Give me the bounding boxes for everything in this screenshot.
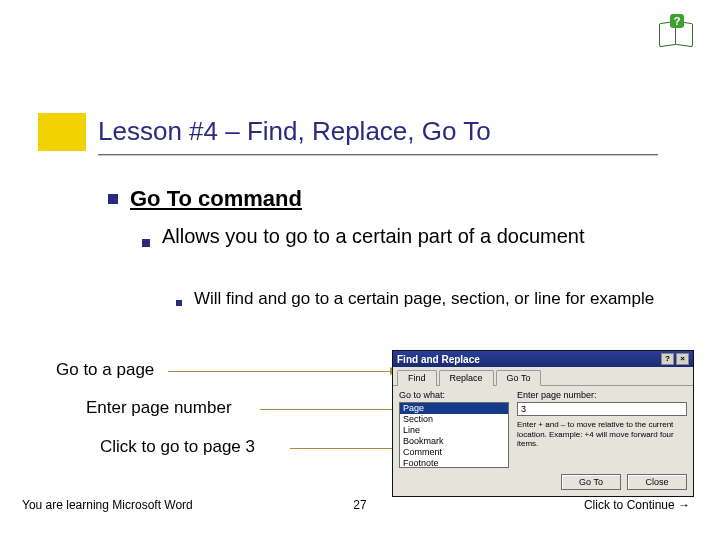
find-replace-dialog: Find and Replace ? × Find Replace Go To … — [392, 350, 694, 497]
square-bullet-icon — [108, 194, 118, 204]
tab-go-to[interactable]: Go To — [496, 370, 542, 386]
bullet-level-2: Allows you to go to a certain part of a … — [142, 224, 682, 256]
level3-text: Will find and go to a certain page, sect… — [194, 288, 686, 315]
click-to-continue-link[interactable]: Click to Continue → — [584, 498, 690, 512]
list-item[interactable]: Page — [400, 403, 508, 414]
tab-find[interactable]: Find — [397, 370, 437, 386]
list-item[interactable]: Line — [400, 425, 508, 436]
callout-enter-page-number: Enter page number — [86, 398, 232, 418]
title-accent-block — [38, 113, 86, 151]
list-item[interactable]: Section — [400, 414, 508, 425]
question-mark-icon: ? — [670, 14, 684, 28]
slide-title: Lesson #4 – Find, Replace, Go To — [98, 116, 491, 147]
list-item[interactable]: Bookmark — [400, 436, 508, 447]
dialog-close-button[interactable]: × — [676, 353, 689, 365]
bullet-level-1: Go To command — [108, 186, 302, 212]
tab-replace[interactable]: Replace — [439, 370, 494, 386]
title-underline — [98, 154, 658, 155]
enter-page-label: Enter page number: — [517, 390, 687, 400]
list-item[interactable]: Comment — [400, 447, 508, 458]
goto-button[interactable]: Go To — [561, 474, 621, 490]
list-item[interactable]: Footnote — [400, 458, 508, 468]
help-book-icon: ? — [658, 20, 694, 48]
bullet-level-3: Will find and go to a certain page, sect… — [176, 288, 686, 315]
dialog-tabs: Find Replace Go To — [393, 367, 693, 386]
callout-go-to-page: Go to a page — [56, 360, 154, 380]
dialog-help-button[interactable]: ? — [661, 353, 674, 365]
level1-text: Go To command — [130, 186, 302, 211]
level2-text: Allows you to go to a certain part of a … — [162, 224, 682, 256]
dialog-titlebar: Find and Replace ? × — [393, 351, 693, 367]
square-bullet-icon — [142, 239, 150, 247]
arrow-line — [168, 371, 392, 372]
goto-what-listbox[interactable]: Page Section Line Bookmark Comment Footn… — [399, 402, 509, 468]
close-button[interactable]: Close — [627, 474, 687, 490]
dialog-hint-text: Enter + and – to move relative to the cu… — [517, 420, 687, 449]
goto-what-label: Go to what: — [399, 390, 509, 400]
callout-click-go-to: Click to go to page 3 — [100, 437, 255, 457]
dialog-title: Find and Replace — [397, 354, 480, 365]
square-bullet-icon — [176, 300, 182, 306]
page-number-input[interactable] — [517, 402, 687, 416]
